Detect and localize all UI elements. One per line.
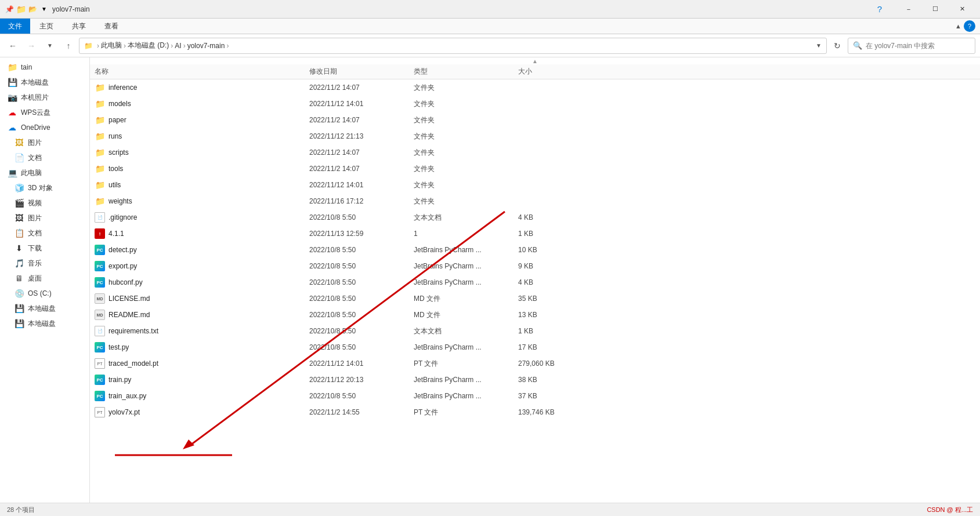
sidebar-item-wps[interactable]: ☁ WPS云盘	[0, 105, 89, 120]
col-header-modified[interactable]: 修改日期	[309, 67, 414, 77]
sidebar-item-local-disk1[interactable]: 💾 本地磁盘	[0, 75, 89, 90]
file-date: 2022/11/2 14:07	[309, 148, 414, 157]
file-date: 2022/11/12 21:13	[309, 132, 414, 140]
table-row[interactable]: 📁 utils 2022/11/12 14:01 文件夹	[90, 177, 980, 193]
addr-yolo[interactable]: yolov7-main	[187, 42, 225, 50]
col-header-size[interactable]: 大小	[518, 67, 588, 77]
sidebar-item-video[interactable]: 🎬 视频	[0, 195, 89, 210]
file-date: 2022/10/8 5:50	[309, 262, 414, 270]
scroll-indicator: ▲	[90, 57, 980, 64]
title-bar-controls: ? − ☐ ✕	[866, 0, 975, 19]
table-row[interactable]: PC export.py 2022/10/8 5:50 JetBrains Py…	[90, 258, 980, 274]
sidebar-item-img[interactable]: 🖼 图片	[0, 210, 89, 226]
table-row[interactable]: PT yolov7x.pt 2022/11/2 14:55 PT 文件 139,…	[90, 404, 980, 420]
table-row[interactable]: PC train.py 2022/11/12 20:13 JetBrains P…	[90, 372, 980, 388]
tab-file[interactable]: 文件	[0, 19, 30, 34]
documents-icon: 📄	[14, 153, 24, 162]
back-button[interactable]: ←	[5, 38, 21, 54]
table-row[interactable]: PC train_aux.py 2022/10/8 5:50 JetBrains…	[90, 388, 980, 404]
col-header-type[interactable]: 类型	[414, 67, 518, 77]
table-row[interactable]: 📁 weights 2022/11/16 17:12 文件夹	[90, 193, 980, 209]
file-name: hubconf.py	[109, 278, 143, 286]
tab-home[interactable]: 主页	[30, 19, 63, 34]
tab-share[interactable]: 共享	[63, 19, 95, 34]
file-size: 35 KB	[518, 295, 588, 303]
folder-file-icon: 📁	[95, 115, 105, 125]
file-type: 文本文档	[414, 213, 518, 223]
col-header-name[interactable]: 名称	[95, 67, 309, 77]
table-row[interactable]: PT traced_model.pt 2022/11/12 14:01 PT 文…	[90, 355, 980, 372]
sidebar-item-c[interactable]: 💿 OS (C:)	[0, 286, 89, 301]
file-date: 2022/11/12 14:01	[309, 181, 414, 189]
sidebar-item-pictures[interactable]: 🖼 图片	[0, 135, 89, 150]
sidebar-item-3d[interactable]: 🧊 3D 对象	[0, 180, 89, 195]
table-row[interactable]: 📁 tools 2022/11/2 14:07 文件夹	[90, 161, 980, 177]
c-drive-icon: 💿	[14, 289, 24, 298]
file-name: .gitignore	[109, 213, 137, 221]
table-row[interactable]: 📁 runs 2022/11/12 21:13 文件夹	[90, 128, 980, 144]
file-type: 文件夹	[414, 148, 518, 158]
up-button[interactable]: ↑	[60, 38, 77, 54]
music-icon: 🎵	[14, 259, 24, 268]
file-list: 📁 inference 2022/11/2 14:07 文件夹 📁 models…	[90, 79, 980, 420]
sidebar-item-d2[interactable]: 💾 本地磁盘	[0, 316, 89, 331]
table-row[interactable]: PC test.py 2022/10/8 5:50 JetBrains PyCh…	[90, 339, 980, 355]
sidebar-item-d[interactable]: 💾 本地磁盘	[0, 301, 89, 316]
maximize-button[interactable]: ☐	[922, 0, 949, 19]
sidebar-item-thispc[interactable]: 💻 此电脑	[0, 165, 89, 180]
table-row[interactable]: PC detect.py 2022/10/8 5:50 JetBrains Py…	[90, 242, 980, 258]
sidebar-item-docs2[interactable]: 📋 文档	[0, 226, 89, 241]
forward-button[interactable]: →	[23, 38, 39, 54]
file-name: 4.1.1	[109, 230, 124, 238]
close-button[interactable]: ✕	[949, 0, 975, 19]
tab-view[interactable]: 查看	[95, 19, 128, 34]
refresh-button[interactable]: ↻	[829, 38, 845, 54]
file-type: JetBrains PyCharm ...	[414, 343, 518, 351]
table-row[interactable]: ! 4.1.1 2022/11/13 12:59 1 1 KB	[90, 226, 980, 242]
addr-ai[interactable]: AI	[175, 42, 181, 50]
address-dropdown-icon[interactable]: ▼	[816, 42, 822, 49]
sidebar-item-tain[interactable]: 📁 tain	[0, 60, 89, 75]
3d-icon: 🧊	[14, 183, 24, 192]
table-row[interactable]: MD LICENSE.md 2022/10/8 5:50 MD 文件 35 KB	[90, 290, 980, 307]
file-name: utils	[109, 181, 121, 189]
address-bar[interactable]: 📁 › 此电脑 › 本地磁盘 (D:) › AI › yolov7-main ›…	[79, 38, 827, 54]
sidebar-item-photos[interactable]: 📷 本机照片	[0, 90, 89, 105]
table-row[interactable]: PC hubconf.py 2022/10/8 5:50 JetBrains P…	[90, 274, 980, 290]
folder-icon2-title: 📂	[28, 5, 37, 14]
help-button[interactable]: ?	[866, 0, 893, 19]
sidebar-item-download[interactable]: ⬇ 下载	[0, 241, 89, 256]
sidebar-item-desktop[interactable]: 🖥 桌面	[0, 271, 89, 286]
table-row[interactable]: MD README.md 2022/10/8 5:50 MD 文件 13 KB	[90, 307, 980, 323]
sidebar-label-wps: WPS云盘	[21, 108, 50, 118]
file-size: 139,746 KB	[518, 408, 588, 416]
addr-pc[interactable]: 此电脑	[101, 41, 122, 50]
dropdown-button[interactable]: ▼	[42, 38, 58, 54]
ribbon-expand-icon[interactable]: ▲	[955, 23, 961, 30]
title-bar-icons: 📌 📁 📂 ▼	[5, 5, 49, 14]
title-bar-left: 📌 📁 📂 ▼ yolov7-main	[5, 5, 90, 14]
addr-disk[interactable]: 本地磁盘 (D:)	[128, 41, 169, 50]
search-bar[interactable]: 🔍	[848, 38, 975, 54]
table-row[interactable]: 📄 .gitignore 2022/10/8 5:50 文本文档 4 KB	[90, 209, 980, 226]
table-row[interactable]: 📄 requirements.txt 2022/10/8 5:50 文本文档 1…	[90, 323, 980, 339]
file-type: JetBrains PyCharm ...	[414, 376, 518, 384]
table-row[interactable]: 📁 inference 2022/11/2 14:07 文件夹	[90, 79, 980, 96]
pictures-icon: 🖼	[14, 138, 24, 147]
folder-file-icon: 📁	[95, 163, 105, 174]
minimize-button[interactable]: −	[895, 0, 922, 19]
file-date: 2022/10/8 5:50	[309, 295, 414, 303]
sidebar-label-3d: 3D 对象	[28, 183, 53, 193]
table-row[interactable]: 📁 models 2022/11/12 14:01 文件夹	[90, 96, 980, 112]
sidebar-item-onedrive[interactable]: ☁ OneDrive	[0, 120, 89, 135]
file-size: 4 KB	[518, 278, 588, 286]
ribbon-help-icon[interactable]: ?	[964, 20, 975, 32]
search-input[interactable]	[866, 42, 970, 50]
file-type: 文件夹	[414, 197, 518, 206]
file-size: 1 KB	[518, 327, 588, 335]
folder-icon: 📁	[7, 63, 17, 72]
sidebar-item-documents[interactable]: 📄 文档	[0, 150, 89, 165]
table-row[interactable]: 📁 paper 2022/11/2 14:07 文件夹	[90, 112, 980, 128]
table-row[interactable]: 📁 scripts 2022/11/2 14:07 文件夹	[90, 144, 980, 161]
sidebar-item-music[interactable]: 🎵 音乐	[0, 256, 89, 271]
